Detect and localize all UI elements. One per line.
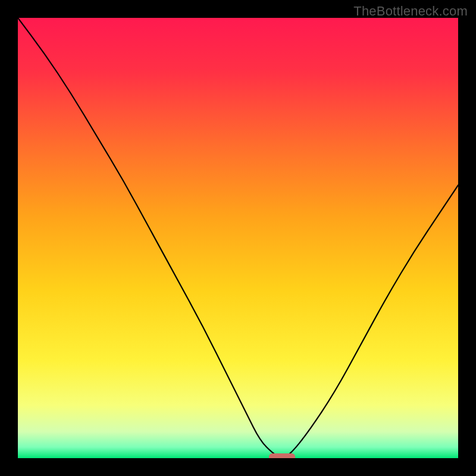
optimal-marker	[269, 453, 295, 458]
plot-area	[18, 18, 458, 458]
watermark-text: TheBottleneck.com	[353, 4, 468, 19]
gradient-background	[18, 18, 458, 458]
chart-svg	[18, 18, 458, 458]
chart-frame: TheBottleneck.com	[0, 0, 476, 476]
